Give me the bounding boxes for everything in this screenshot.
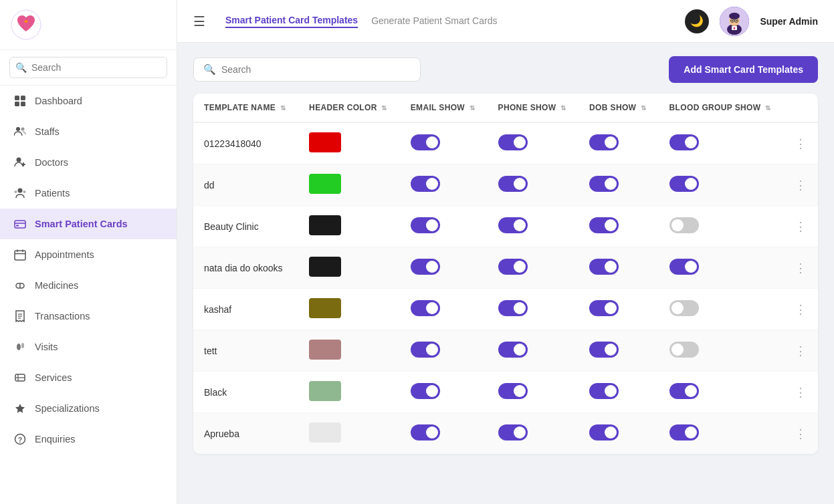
table-search-input[interactable]: [221, 64, 411, 75]
cell-email-show[interactable]: [400, 330, 488, 372]
toggle-track-dob_show[interactable]: [589, 176, 619, 192]
cell-phone-show[interactable]: [488, 289, 579, 330]
toggle-track-email_show[interactable]: [411, 300, 440, 316]
cell-dob-show[interactable]: [579, 122, 659, 164]
toggle-phone_show[interactable]: [498, 383, 528, 399]
sidebar-item-doctors[interactable]: Doctors: [0, 147, 177, 178]
cell-action[interactable]: ⋮: [784, 289, 818, 330]
toggle-dob_show[interactable]: [589, 176, 619, 192]
toggle-track-blood_group_show[interactable]: [669, 176, 699, 192]
toggle-track-phone_show[interactable]: [498, 217, 528, 233]
cell-blood-group_show[interactable]: [659, 413, 784, 455]
toggle-email_show[interactable]: [411, 217, 440, 233]
toggle-phone_show[interactable]: [498, 259, 528, 275]
sidebar-search-area[interactable]: 🔍: [0, 50, 177, 86]
cell-action[interactable]: ⋮: [784, 413, 818, 455]
cell-action[interactable]: ⋮: [784, 247, 818, 289]
toggle-phone_show[interactable]: [498, 424, 528, 440]
sidebar-item-specializations[interactable]: Specializations: [0, 393, 177, 424]
cell-email-show[interactable]: [400, 289, 488, 330]
toggle-track-dob_show[interactable]: [589, 342, 619, 358]
toggle-email_show[interactable]: [411, 383, 440, 399]
cell-blood-group_show[interactable]: [659, 164, 784, 206]
toggle-track-blood_group_show[interactable]: [669, 424, 699, 440]
cell-phone-show[interactable]: [488, 330, 579, 372]
toggle-email_show[interactable]: [411, 134, 440, 150]
toggle-dob_show[interactable]: [589, 134, 619, 150]
toggle-blood_group_show[interactable]: [669, 342, 699, 358]
toggle-track-phone_show[interactable]: [498, 176, 528, 192]
toggle-track-phone_show[interactable]: [498, 134, 528, 150]
toggle-dob_show[interactable]: [589, 383, 619, 399]
row-action-icon[interactable]: ⋮: [795, 344, 807, 358]
toggle-track-dob_show[interactable]: [589, 259, 619, 275]
cell-dob-show[interactable]: [579, 247, 659, 289]
cell-email-show[interactable]: [400, 206, 488, 247]
toggle-phone_show[interactable]: [498, 134, 528, 150]
sidebar-item-appointments[interactable]: Appointments: [0, 239, 177, 270]
cell-phone-show[interactable]: [488, 122, 579, 164]
row-action-icon[interactable]: ⋮: [795, 220, 807, 233]
toggle-track-email_show[interactable]: [411, 424, 440, 440]
toggle-phone_show[interactable]: [498, 176, 528, 192]
toggle-track-phone_show[interactable]: [498, 424, 528, 440]
toggle-track-email_show[interactable]: [411, 176, 440, 192]
cell-blood-group_show[interactable]: [659, 206, 784, 247]
toggle-track-phone_show[interactable]: [498, 300, 528, 316]
toggle-track-blood_group_show[interactable]: [669, 342, 699, 358]
header-nav-active-link[interactable]: Smart Patient Card Templates: [225, 15, 358, 28]
toggle-track-blood_group_show[interactable]: [669, 259, 699, 275]
sidebar-item-medicines[interactable]: Medicines: [0, 270, 177, 301]
toggle-blood_group_show[interactable]: [669, 217, 699, 233]
toggle-blood_group_show[interactable]: [669, 176, 699, 192]
row-action-icon[interactable]: ⋮: [795, 137, 807, 150]
cell-dob-show[interactable]: [579, 330, 659, 372]
sidebar-item-smart-patient-cards[interactable]: Smart Patient Cards: [0, 209, 177, 239]
cell-dob-show[interactable]: [579, 372, 659, 413]
cell-phone-show[interactable]: [488, 413, 579, 455]
row-action-icon[interactable]: ⋮: [795, 178, 807, 192]
toggle-email_show[interactable]: [411, 300, 440, 316]
sidebar-item-visits[interactable]: Visits: [0, 332, 177, 362]
toggle-blood_group_show[interactable]: [669, 134, 699, 150]
cell-phone-show[interactable]: [488, 206, 579, 247]
toggle-dob_show[interactable]: [589, 259, 619, 275]
sidebar-item-transactions[interactable]: Transactions: [0, 301, 177, 332]
toggle-track-blood_group_show[interactable]: [669, 300, 699, 316]
toggle-track-phone_show[interactable]: [498, 259, 528, 275]
sidebar-item-services[interactable]: Services: [0, 362, 177, 393]
dark-mode-toggle[interactable]: 🌙: [685, 9, 709, 33]
row-action-icon[interactable]: ⋮: [795, 303, 807, 316]
toggle-track-dob_show[interactable]: [589, 300, 619, 316]
toggle-blood_group_show[interactable]: [669, 383, 699, 399]
hamburger-menu[interactable]: ☰: [193, 13, 205, 29]
sidebar-item-dashboard[interactable]: Dashboard: [0, 86, 177, 116]
toggle-blood_group_show[interactable]: [669, 300, 699, 316]
row-action-icon[interactable]: ⋮: [795, 427, 807, 440]
cell-blood-group_show[interactable]: [659, 247, 784, 289]
cell-dob-show[interactable]: [579, 413, 659, 455]
cell-action[interactable]: ⋮: [784, 122, 818, 164]
toggle-track-blood_group_show[interactable]: [669, 217, 699, 233]
toggle-track-dob_show[interactable]: [589, 424, 619, 440]
cell-dob-show[interactable]: [579, 164, 659, 206]
toggle-blood_group_show[interactable]: [669, 424, 699, 440]
sidebar-item-staffs[interactable]: Staffs: [0, 116, 177, 147]
toggle-track-phone_show[interactable]: [498, 342, 528, 358]
toggle-blood_group_show[interactable]: [669, 259, 699, 275]
cell-email-show[interactable]: [400, 164, 488, 206]
toggle-track-email_show[interactable]: [411, 383, 440, 399]
toggle-track-phone_show[interactable]: [498, 383, 528, 399]
toggle-dob_show[interactable]: [589, 342, 619, 358]
cell-action[interactable]: ⋮: [784, 164, 818, 206]
cell-phone-show[interactable]: [488, 164, 579, 206]
cell-blood-group_show[interactable]: [659, 372, 784, 413]
sidebar-search-input[interactable]: [9, 57, 167, 78]
toggle-email_show[interactable]: [411, 176, 440, 192]
table-search-bar[interactable]: 🔍: [193, 57, 421, 82]
cell-email-show[interactable]: [400, 247, 488, 289]
toggle-track-email_show[interactable]: [411, 259, 440, 275]
toggle-email_show[interactable]: [411, 424, 440, 440]
toggle-track-email_show[interactable]: [411, 342, 440, 358]
cell-email-show[interactable]: [400, 372, 488, 413]
